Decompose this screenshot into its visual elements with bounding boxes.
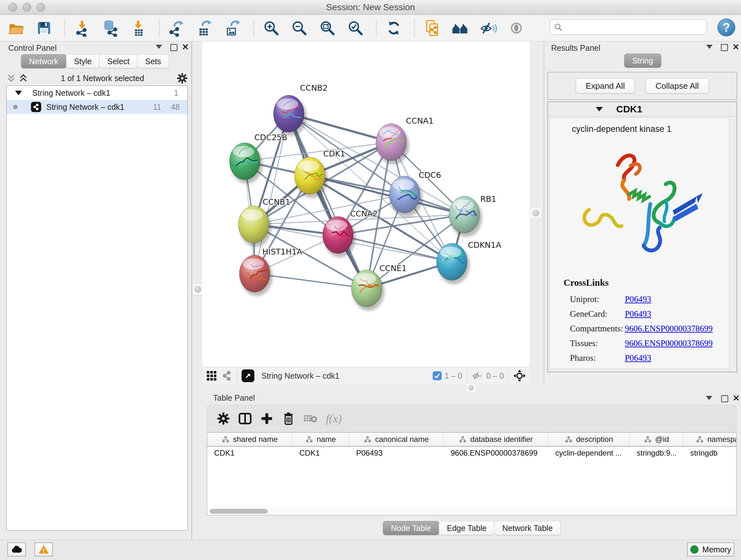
import-network-database-icon[interactable] xyxy=(102,19,119,37)
eye-slash-icon[interactable] xyxy=(479,19,497,37)
tab-network[interactable]: Network xyxy=(21,54,66,68)
expand-all-icon[interactable] xyxy=(18,73,28,83)
import-table-icon[interactable] xyxy=(130,19,147,37)
table-cell[interactable]: CDK1 xyxy=(292,449,349,457)
collapse-all-button[interactable]: Collapse All xyxy=(646,78,709,94)
help-icon[interactable]: ? xyxy=(718,18,735,37)
table-hscrollbar-thumb[interactable] xyxy=(210,509,268,514)
import-network-file-icon[interactable] xyxy=(73,19,91,37)
network-canvas[interactable]: CCNB2CCNA1CDC25BCDK1CDC6RB1CCNB1CCNA2CDK… xyxy=(202,42,530,367)
birdseye-view-icon[interactable] xyxy=(242,369,254,382)
results-panel-float-button[interactable] xyxy=(721,44,728,51)
table-panel-menu-button[interactable] xyxy=(706,396,712,400)
results-panel-menu-button[interactable] xyxy=(706,45,713,49)
share-view-icon[interactable] xyxy=(221,370,232,381)
tab-node-table[interactable]: Node Table xyxy=(383,521,439,535)
memory-label: Memory xyxy=(702,545,731,554)
network-collection-row[interactable]: String Network – cdk1 1 xyxy=(7,86,187,100)
collapse-all-icon[interactable] xyxy=(6,73,16,83)
bottom-splitter-handle[interactable] xyxy=(466,383,476,392)
crosslink-link[interactable]: P06493 xyxy=(625,353,651,363)
gene-section-header[interactable]: CDK1 xyxy=(548,102,737,117)
table-panel-close-button[interactable]: ✕ xyxy=(733,395,740,401)
table-hscrollbar[interactable] xyxy=(207,508,737,515)
toolbar-separator xyxy=(467,369,467,382)
warning-icon xyxy=(39,545,49,554)
column-header-namespace[interactable]: namespace xyxy=(683,433,737,446)
zoom-out-icon[interactable] xyxy=(290,19,308,37)
grid-view-icon[interactable] xyxy=(206,370,217,381)
export-network-icon[interactable] xyxy=(168,19,186,37)
show-columns-icon[interactable] xyxy=(237,410,254,427)
crosslink-link[interactable]: 9606.ENSP00000378699 xyxy=(625,324,713,334)
eye-icon[interactable] xyxy=(508,19,525,37)
table-settings-gear-icon[interactable] xyxy=(215,410,232,427)
table-cell[interactable]: 9606.ENSP00000378699 xyxy=(444,449,548,457)
zoom-fit-icon[interactable] xyxy=(319,19,336,37)
toolbar-separator xyxy=(414,19,415,37)
column-header-database-identifier[interactable]: database identifier xyxy=(444,433,548,446)
tree-collapse-icon[interactable] xyxy=(15,91,22,95)
table-panel-float-button[interactable] xyxy=(721,395,728,402)
cloud-button[interactable] xyxy=(7,543,26,557)
cloud-icon xyxy=(11,546,22,553)
delete-column-icon[interactable] xyxy=(280,410,297,427)
search-input[interactable] xyxy=(565,22,703,32)
right-splitter-handle[interactable] xyxy=(530,207,542,219)
column-header-label: namespace xyxy=(707,435,737,444)
hidden-eye-icon[interactable] xyxy=(471,370,483,381)
warning-button[interactable] xyxy=(35,543,53,557)
crosshair-icon[interactable] xyxy=(513,369,526,382)
column-header-name[interactable]: name xyxy=(292,433,349,446)
results-panel-title: Results Panel xyxy=(551,44,600,53)
search-bar[interactable] xyxy=(550,19,707,35)
zoom-selected-icon[interactable] xyxy=(347,19,364,37)
control-panel-menu-button[interactable] xyxy=(156,45,162,49)
table-tabs: Node TableEdge TableNetwork Table xyxy=(202,521,741,535)
table-cell[interactable]: cyclin-dependent ... xyxy=(548,449,630,457)
crosslink-link[interactable]: P06493 xyxy=(625,294,651,304)
column-header-shared-name[interactable]: shared name xyxy=(207,433,292,446)
tab-select[interactable]: Select xyxy=(99,54,137,68)
node-table[interactable]: shared namenamecanonical namedatabase id… xyxy=(207,432,737,515)
export-table-icon[interactable] xyxy=(196,19,214,37)
results-panel-close-button[interactable]: ✕ xyxy=(732,44,739,50)
houses-icon[interactable] xyxy=(451,19,469,37)
network-graph[interactable]: CCNB2CCNA1CDC25BCDK1CDC6RB1CCNB1CCNA2CDK… xyxy=(202,42,530,367)
tab-edge-table[interactable]: Edge Table xyxy=(439,521,495,535)
results-scrollbar[interactable] xyxy=(729,118,735,369)
export-image-icon[interactable] xyxy=(224,19,242,37)
crosslink-label: Uniprot: xyxy=(570,294,625,304)
tab-style[interactable]: Style xyxy=(66,54,100,68)
table-cell[interactable]: P06493 xyxy=(349,449,444,457)
tab-sets[interactable]: Sets xyxy=(137,54,169,68)
zoom-in-icon[interactable] xyxy=(262,19,280,37)
crosslink-row: Tissues:9606.ENSP00000378699 xyxy=(570,336,730,351)
tab-string[interactable]: String xyxy=(624,54,661,68)
column-header-at-id[interactable]: @id xyxy=(630,433,683,446)
crosslink-link[interactable]: 9606.ENSP00000378699 xyxy=(625,338,713,348)
network-row[interactable]: String Network – cdk1 11 48 xyxy=(7,100,187,114)
crosslink-link[interactable]: P06493 xyxy=(625,309,651,319)
crosslink-label: Compartments: xyxy=(570,324,625,334)
refresh-icon[interactable] xyxy=(385,19,403,37)
expand-all-button[interactable]: Expand All xyxy=(576,78,635,94)
left-splitter-handle[interactable] xyxy=(192,284,204,295)
section-collapse-icon[interactable] xyxy=(596,107,603,111)
table-cell[interactable]: stringdb:9... xyxy=(630,449,683,457)
tab-network-table[interactable]: Network Table xyxy=(494,521,561,535)
gear-icon[interactable] xyxy=(177,73,188,84)
table-cell[interactable]: stringdb xyxy=(683,449,737,457)
save-session-icon[interactable] xyxy=(35,19,53,37)
table-row[interactable]: CDK1CDK1P064939606.ENSP00000378699cyclin… xyxy=(207,447,736,459)
control-panel-float-button[interactable] xyxy=(171,44,178,51)
string-document-icon[interactable] xyxy=(423,19,441,37)
memory-button[interactable]: Memory xyxy=(687,543,734,557)
table-cell[interactable]: CDK1 xyxy=(207,449,292,457)
control-panel-close-button[interactable]: ✕ xyxy=(182,44,189,50)
open-session-icon[interactable] xyxy=(7,19,25,37)
column-header-canonical-name[interactable]: canonical name xyxy=(349,433,444,446)
create-column-icon[interactable] xyxy=(258,410,275,427)
selected-checkbox-icon[interactable] xyxy=(432,371,442,381)
column-header-description[interactable]: description xyxy=(548,433,630,446)
